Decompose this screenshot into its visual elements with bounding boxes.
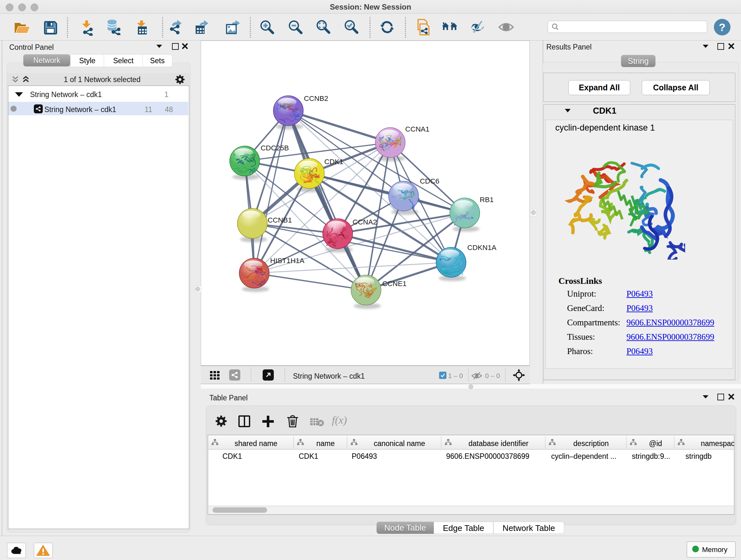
- svg-text:CCNA1: CCNA1: [405, 125, 429, 133]
- svg-text:CCNA2: CCNA2: [353, 218, 377, 226]
- svg-text:CCNE1: CCNE1: [382, 280, 407, 288]
- svg-text:CCNB1: CCNB1: [268, 216, 292, 224]
- svg-text:CDC6: CDC6: [420, 177, 440, 185]
- svg-text:HIST1H1A: HIST1H1A: [270, 257, 305, 265]
- svg-text:CDKN1A: CDKN1A: [467, 244, 496, 252]
- svg-text:CCNB2: CCNB2: [304, 95, 328, 103]
- svg-text:RB1: RB1: [480, 196, 494, 204]
- svg-text:CDC25B: CDC25B: [261, 144, 289, 152]
- svg-text:CDK1: CDK1: [324, 158, 343, 166]
